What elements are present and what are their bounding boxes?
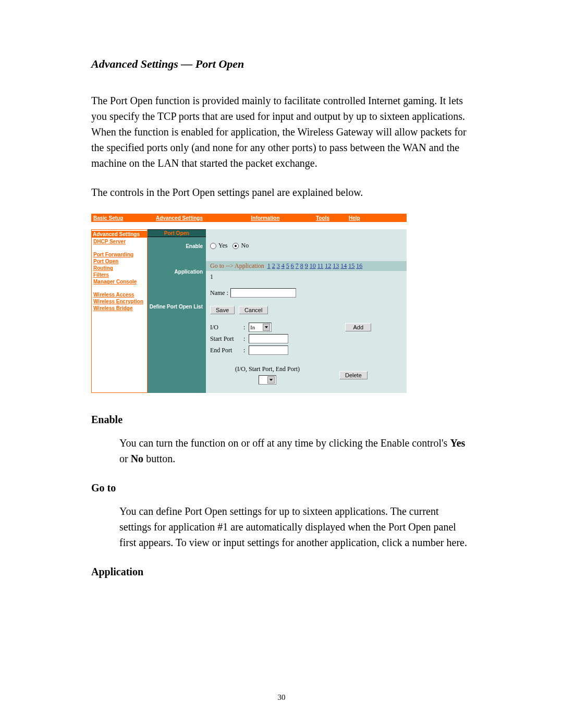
io-row: I/O : In Add bbox=[210, 323, 402, 332]
save-cancel-row: Save Cancel bbox=[206, 304, 407, 319]
io-label: I/O bbox=[210, 324, 241, 331]
nav-advanced-settings[interactable]: Advanced Settings bbox=[156, 215, 234, 221]
application-number: 1 bbox=[206, 271, 407, 283]
define-block: I/O : In Add Start Port : bbox=[206, 319, 407, 393]
end-port-label: End Port bbox=[210, 347, 241, 354]
sidebar-item-port-open[interactable]: Port Open bbox=[93, 258, 145, 264]
page-heading: Advanced Settings — Port Open bbox=[91, 57, 472, 71]
document-page: Advanced Settings — Port Open The Port O… bbox=[0, 0, 563, 728]
start-port-input[interactable] bbox=[249, 334, 288, 343]
start-port-label: Start Port bbox=[210, 335, 241, 343]
name-row: Name : bbox=[206, 283, 407, 304]
goto-app-link[interactable]: 8 bbox=[300, 262, 303, 269]
end-port-row: End Port : bbox=[210, 346, 402, 355]
sidebar-item-port-forwarding[interactable]: Port Forwarding bbox=[93, 252, 145, 257]
end-port-input[interactable] bbox=[249, 346, 288, 355]
io-select-value: In bbox=[250, 324, 255, 330]
section-heading-application: Application bbox=[91, 566, 472, 578]
goto-app-link[interactable]: 16 bbox=[356, 262, 362, 269]
chevron-down-icon bbox=[267, 376, 275, 384]
goto-app-link[interactable]: 5 bbox=[286, 262, 289, 269]
sidebar-item-wireless-encryption[interactable]: Wireless Encryption bbox=[93, 299, 145, 304]
entry-column: (I/O, Start Port, End Port) bbox=[235, 365, 300, 385]
goto-app-link[interactable]: 11 bbox=[317, 262, 324, 269]
goto-app-link[interactable]: 14 bbox=[340, 262, 347, 269]
nav-tools[interactable]: Tools bbox=[297, 215, 349, 221]
start-port-row: Start Port : bbox=[210, 334, 402, 343]
delete-button[interactable]: Delete bbox=[339, 371, 368, 379]
sidebar-item-wireless-access[interactable]: Wireless Access bbox=[93, 292, 145, 298]
enable-yes-label: Yes bbox=[218, 242, 227, 250]
page-number: 30 bbox=[0, 693, 563, 702]
io-select[interactable]: In bbox=[249, 323, 272, 332]
intro-para-1: The Port Open function is provided mainl… bbox=[91, 93, 472, 171]
section-heading-enable: Enable bbox=[91, 414, 472, 426]
intro-para-2: The controls in the Port Open settings p… bbox=[91, 184, 472, 200]
nav-help[interactable]: Help bbox=[349, 215, 360, 221]
label-define-port-open-list: Define Port Open List bbox=[148, 276, 206, 311]
section-body-goto: You can define Port Open settings for up… bbox=[119, 503, 472, 550]
goto-bar: Go to --> Application 123456789101112131… bbox=[206, 261, 407, 271]
radio-icon bbox=[232, 243, 239, 249]
goto-app-link[interactable]: 15 bbox=[348, 262, 354, 269]
sidebar-title: Advanced Settings bbox=[92, 231, 147, 238]
sidebar-item-manager-console[interactable]: Manager Console bbox=[93, 279, 145, 285]
enable-row: Yes No bbox=[206, 237, 407, 261]
section-heading-goto: Go to bbox=[91, 482, 472, 494]
section-body-enable: You can turn the function on or off at a… bbox=[119, 435, 472, 466]
top-nav-bar: Basic Setup Advanced Settings Informatio… bbox=[91, 214, 407, 222]
add-button[interactable]: Add bbox=[345, 323, 371, 331]
sidebar-item-dhcp[interactable]: DHCP Server bbox=[93, 239, 145, 244]
port-open-panel-screenshot: Basic Setup Advanced Settings Informatio… bbox=[91, 214, 407, 393]
panel-title: Port Open bbox=[148, 229, 206, 237]
entry-caption: (I/O, Start Port, End Port) bbox=[235, 365, 300, 373]
content-column: Yes No Go to --> Application 12345678910… bbox=[206, 229, 407, 393]
save-button[interactable]: Save bbox=[210, 306, 235, 314]
sidebar-item-filters[interactable]: Filters bbox=[93, 272, 145, 278]
entry-row: (I/O, Start Port, End Port) Delete bbox=[210, 357, 402, 389]
goto-app-link[interactable]: 12 bbox=[325, 262, 331, 269]
goto-app-link[interactable]: 10 bbox=[310, 262, 316, 269]
label-enable: Enable bbox=[148, 237, 206, 264]
enable-yes-radio[interactable]: Yes bbox=[210, 242, 227, 250]
goto-app-link[interactable]: 3 bbox=[277, 262, 280, 269]
goto-app-link[interactable]: 7 bbox=[296, 262, 299, 269]
label-column: Port Open Enable Application Define Port… bbox=[148, 229, 206, 393]
enable-no-label: No bbox=[241, 242, 249, 250]
nav-information[interactable]: Information bbox=[234, 215, 297, 221]
goto-app-link[interactable]: 9 bbox=[305, 262, 308, 269]
goto-app-link[interactable]: 1 bbox=[267, 262, 271, 269]
goto-prefix: Go to --> Application bbox=[210, 262, 264, 269]
goto-app-link[interactable]: 13 bbox=[333, 262, 339, 269]
sidebar-item-wireless-bridge[interactable]: Wireless Bridge bbox=[93, 305, 145, 311]
chevron-down-icon bbox=[263, 324, 270, 331]
goto-app-link[interactable]: 6 bbox=[291, 262, 294, 269]
sidebar: Advanced Settings DHCP Server Port Forwa… bbox=[91, 229, 148, 393]
entry-select[interactable] bbox=[259, 375, 276, 385]
cancel-button[interactable]: Cancel bbox=[239, 306, 268, 314]
goto-links: 12345678910111213141516 bbox=[266, 262, 363, 269]
panel-body: Advanced Settings DHCP Server Port Forwa… bbox=[91, 229, 407, 393]
enable-no-radio[interactable]: No bbox=[232, 242, 249, 250]
sidebar-item-routing[interactable]: Routing bbox=[93, 265, 145, 271]
name-input[interactable] bbox=[230, 288, 296, 298]
goto-app-link[interactable]: 2 bbox=[272, 262, 275, 269]
label-application: Application bbox=[148, 264, 206, 276]
name-label: Name : bbox=[210, 289, 228, 297]
radio-icon bbox=[210, 243, 216, 249]
nav-gap bbox=[91, 222, 407, 229]
nav-basic-setup[interactable]: Basic Setup bbox=[93, 215, 156, 221]
goto-app-link[interactable]: 4 bbox=[282, 262, 285, 269]
